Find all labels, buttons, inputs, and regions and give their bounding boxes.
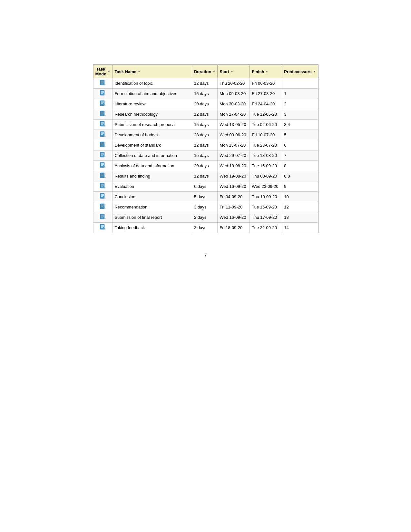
start-cell: Mon 30-03-20 bbox=[218, 99, 250, 109]
duration-cell: 15 days bbox=[192, 120, 217, 130]
task-name-cell: Results and finding bbox=[113, 171, 192, 181]
svg-rect-61 bbox=[101, 205, 104, 205]
predecessors-cell: 9 bbox=[282, 181, 318, 192]
svg-rect-7 bbox=[101, 92, 104, 93]
finish-cell: Wed 23-09-20 bbox=[250, 181, 282, 192]
table-row: ↻ Submission of research proposal15 days… bbox=[93, 120, 318, 130]
finish-cell: Tue 15-09-20 bbox=[250, 161, 282, 171]
duration-cell: 12 days bbox=[192, 171, 217, 181]
header-duration-label: Duration bbox=[194, 69, 211, 74]
header-task-mode-label: TaskMode bbox=[95, 67, 106, 76]
task-mode-cell: ⇒ bbox=[93, 192, 113, 202]
svg-rect-63 bbox=[101, 207, 103, 207]
svg-rect-21 bbox=[101, 122, 104, 123]
svg-rect-22 bbox=[101, 123, 104, 124]
table-row: ↻ Development of standard12 daysMon 13-0… bbox=[93, 140, 318, 150]
start-cell: Wed 16-09-20 bbox=[218, 212, 250, 223]
header-task-mode[interactable]: TaskMode ▼ bbox=[93, 65, 113, 78]
predecessors-cell: 14 bbox=[282, 223, 318, 233]
svg-rect-67 bbox=[101, 216, 104, 217]
table-row: ⇒ Development of budget28 daysWed 03-06-… bbox=[93, 130, 318, 140]
sort-arrow-predecessors: ▼ bbox=[313, 70, 316, 73]
finish-cell: Tue 15-09-20 bbox=[250, 202, 282, 212]
task-name-cell: Conclusion bbox=[113, 192, 192, 202]
finish-cell: Tue 12-05-20 bbox=[250, 109, 282, 120]
table-header-row: TaskMode ▼ Task Name ▼ Duration ▼ bbox=[93, 65, 318, 78]
svg-rect-13 bbox=[101, 103, 103, 104]
table-row: ↻ Analysis of data and information20 day… bbox=[93, 161, 318, 171]
task-mode-cell: ⇒ bbox=[93, 150, 113, 161]
table-row: ⇒ Submission of final report2 daysWed 16… bbox=[93, 212, 318, 223]
task-mode-cell: ↻ bbox=[93, 223, 113, 233]
svg-rect-2 bbox=[101, 82, 104, 82]
gantt-table: TaskMode ▼ Task Name ▼ Duration ▼ bbox=[93, 65, 318, 233]
header-task-name-label: Task Name bbox=[114, 69, 136, 74]
table-row: ↻ Taking feedback3 daysFri 18-09-20Tue 2… bbox=[93, 223, 318, 233]
predecessors-cell: 3,4 bbox=[282, 120, 318, 130]
predecessors-cell: 5 bbox=[282, 130, 318, 140]
svg-text:↻: ↻ bbox=[104, 166, 106, 168]
predecessors-cell: 6 bbox=[282, 140, 318, 150]
task-mode-cell: ↻ bbox=[93, 181, 113, 192]
start-cell: Wed 19-08-20 bbox=[218, 161, 250, 171]
task-name-cell: Collection of data and information bbox=[113, 150, 192, 161]
svg-rect-58 bbox=[101, 196, 103, 197]
task-mode-cell: ↻ bbox=[93, 78, 113, 89]
sort-arrow-task-name: ▼ bbox=[138, 70, 141, 73]
start-cell: Thu 20-02-20 bbox=[218, 78, 250, 89]
duration-cell: 20 days bbox=[192, 161, 217, 171]
svg-rect-46 bbox=[101, 174, 104, 174]
manual-task-icon: ⇒ bbox=[100, 152, 106, 158]
table-row: ↻ Literature review20 daysMon 30-03-20Fr… bbox=[93, 99, 318, 109]
task-name-cell: Literature review bbox=[113, 99, 192, 109]
start-cell: Wed 03-06-20 bbox=[218, 130, 250, 140]
start-cell: Wed 19-08-20 bbox=[218, 171, 250, 181]
manual-task-icon: ⇒ bbox=[100, 111, 106, 117]
svg-rect-18 bbox=[101, 114, 103, 114]
header-finish-label: Finish bbox=[252, 69, 264, 74]
header-predecessors-label: Predecessors bbox=[284, 69, 311, 74]
predecessors-cell bbox=[282, 78, 318, 89]
finish-cell: Fri 10-07-20 bbox=[250, 130, 282, 140]
svg-text:↻: ↻ bbox=[104, 207, 106, 209]
header-finish[interactable]: Finish ▼ bbox=[250, 65, 282, 78]
svg-text:⇒: ⇒ bbox=[104, 135, 106, 137]
task-mode-cell: ↻ bbox=[93, 140, 113, 150]
svg-rect-62 bbox=[101, 206, 104, 206]
svg-text:↻: ↻ bbox=[104, 145, 106, 148]
predecessors-cell: 13 bbox=[282, 212, 318, 223]
svg-rect-57 bbox=[101, 195, 104, 196]
header-task-name[interactable]: Task Name ▼ bbox=[113, 65, 192, 78]
auto-task-icon: ↻ bbox=[100, 162, 106, 169]
task-name-cell: Research methodology bbox=[113, 109, 192, 120]
svg-rect-36 bbox=[101, 153, 104, 154]
finish-cell: Tue 02-06-20 bbox=[250, 120, 282, 130]
task-mode-cell: ↻ bbox=[93, 120, 113, 130]
header-start[interactable]: Start ▼ bbox=[218, 65, 250, 78]
task-mode-cell: ↻ bbox=[93, 161, 113, 171]
svg-rect-23 bbox=[101, 124, 103, 125]
task-name-cell: Taking feedback bbox=[113, 223, 192, 233]
start-cell: Mon 13-07-20 bbox=[218, 140, 250, 150]
svg-rect-16 bbox=[101, 112, 104, 112]
svg-text:⇒: ⇒ bbox=[104, 156, 106, 158]
table-row: ⇒ Results and finding12 daysWed 19-08-20… bbox=[93, 171, 318, 181]
duration-cell: 15 days bbox=[192, 89, 217, 99]
svg-rect-6 bbox=[101, 91, 104, 92]
table-row: ↻ Recommendation3 daysFri 11-09-20Tue 15… bbox=[93, 202, 318, 212]
task-mode-cell: ⇒ bbox=[93, 89, 113, 99]
task-name-cell: Submission of final report bbox=[113, 212, 192, 223]
start-cell: Fri 11-09-20 bbox=[218, 202, 250, 212]
task-mode-cell: ⇒ bbox=[93, 109, 113, 120]
table-row: ⇒ Research methodology12 daysMon 27-04-2… bbox=[93, 109, 318, 120]
svg-rect-3 bbox=[101, 83, 103, 83]
header-predecessors[interactable]: Predecessors ▼ bbox=[282, 65, 318, 78]
svg-rect-68 bbox=[101, 217, 103, 218]
svg-rect-12 bbox=[101, 102, 104, 103]
sort-arrow-duration: ▼ bbox=[212, 70, 215, 73]
duration-cell: 2 days bbox=[192, 212, 217, 223]
finish-cell: Tue 28-07-20 bbox=[250, 140, 282, 150]
svg-text:↻: ↻ bbox=[104, 104, 106, 106]
header-duration[interactable]: Duration ▼ bbox=[192, 65, 217, 78]
manual-task-icon: ⇒ bbox=[100, 214, 106, 220]
